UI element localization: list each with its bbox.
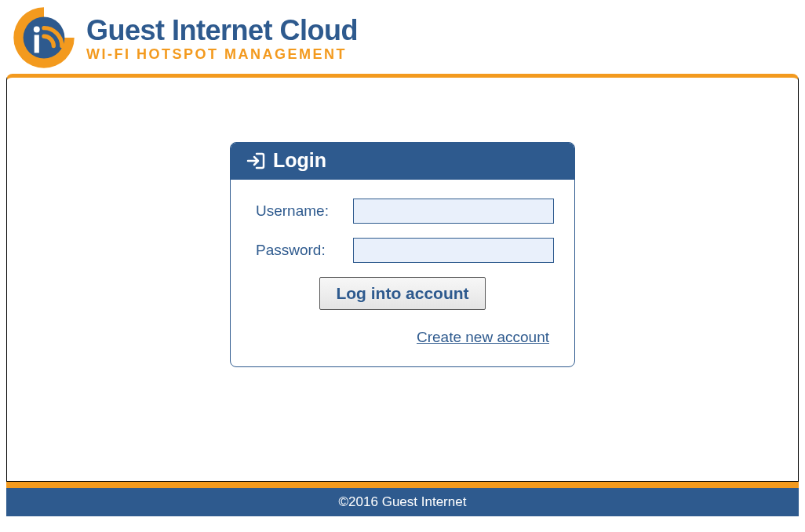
footer-accent-bar [6, 482, 799, 488]
login-button-row: Log into account [251, 277, 554, 310]
svg-rect-1 [35, 35, 39, 53]
login-icon [246, 151, 265, 170]
login-form: Username: Password: Log into account Cre… [231, 180, 574, 366]
username-label: Username: [251, 202, 353, 220]
create-account-row: Create new account [251, 329, 554, 346]
login-card-header: Login [231, 143, 574, 180]
page-header: Guest Internet Cloud WI-FI HOTSPOT MANAG… [0, 0, 805, 74]
brand-title: Guest Internet Cloud [86, 16, 358, 45]
create-account-link[interactable]: Create new account [417, 329, 549, 346]
password-label: Password: [251, 242, 353, 259]
brand-logo [9, 3, 78, 72]
brand-text-block: Guest Internet Cloud WI-FI HOTSPOT MANAG… [86, 13, 358, 63]
svg-point-2 [34, 26, 40, 32]
main-panel: Login Username: Password: Log into accou… [6, 74, 799, 482]
login-button[interactable]: Log into account [319, 277, 485, 310]
footer-container: ©2016 Guest Internet [6, 482, 799, 516]
username-input[interactable] [353, 199, 554, 224]
password-row: Password: [251, 238, 554, 263]
login-card: Login Username: Password: Log into accou… [230, 142, 575, 367]
password-input[interactable] [353, 238, 554, 263]
footer-copyright: ©2016 Guest Internet [6, 488, 799, 516]
login-heading: Login [273, 149, 326, 172]
brand-subtitle: WI-FI HOTSPOT MANAGEMENT [86, 46, 358, 63]
username-row: Username: [251, 199, 554, 224]
